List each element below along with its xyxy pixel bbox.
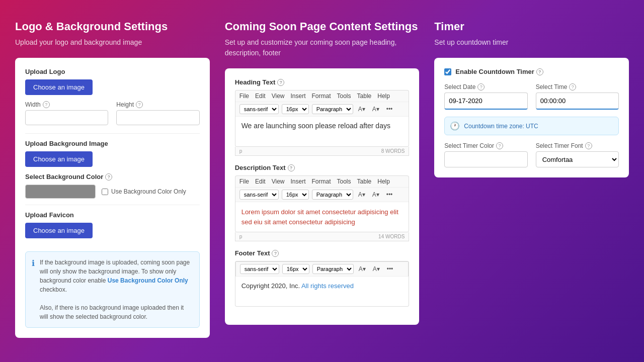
logo-bg-subtitle: Upload your logo and background image [15, 37, 210, 48]
desc-para-select[interactable]: Paragraph [312, 190, 353, 200]
desc-font-select[interactable]: sans-serif [239, 190, 279, 200]
heading-menu-help[interactable]: Help [377, 93, 390, 100]
footer-text-color-btn[interactable]: A▾ [357, 264, 368, 274]
desc-menu-help[interactable]: Help [377, 178, 390, 185]
date-label: Select Date ? [444, 83, 527, 90]
heading-text-color-btn[interactable]: A▾ [356, 105, 367, 114]
choose-logo-button[interactable]: Choose an image [25, 79, 93, 95]
content-card: Heading Text ? File Edit View Insert For… [225, 68, 420, 325]
clock-icon: 🕐 [450, 121, 460, 131]
height-input[interactable] [116, 110, 199, 125]
heading-size-select[interactable]: 16px [282, 104, 309, 114]
desc-more-btn[interactable]: ••• [384, 190, 395, 199]
logo-bg-column: Logo & Background Settings Upload your l… [15, 20, 210, 338]
desc-size-select[interactable]: 16px [282, 190, 309, 200]
timer-header: Timer Set up countdown timer [434, 20, 629, 48]
footer-toolbar: sans-serif 16px Paragraph A▾ A▾ ••• [235, 261, 410, 277]
date-time-row: Select Date ? Select Time ? [444, 83, 619, 110]
enable-timer-label: Enable Countdown Timer ? [455, 68, 543, 75]
heading-label: Heading Text ? [235, 78, 410, 86]
timer-subtitle: Set up countdown timer [434, 37, 629, 48]
desc-menu-file[interactable]: File [239, 178, 249, 185]
heading-menu-edit[interactable]: Edit [255, 93, 266, 100]
footer-font-select[interactable]: sans-serif [240, 264, 279, 274]
heading-menubar: File Edit View Insert Format Tools Table… [235, 90, 409, 102]
time-help-icon[interactable]: ? [569, 83, 576, 90]
choose-favicon-button[interactable]: Choose an image [25, 223, 93, 238]
footer-editor-section: Footer Text ? sans-serif 16px Paragraph [235, 249, 410, 307]
desc-text-color-btn[interactable]: A▾ [356, 190, 367, 199]
heading-toolbar: File Edit View Insert Format Tools Table… [235, 90, 410, 117]
heading-font-select[interactable]: sans-serif [239, 104, 279, 114]
main-layout: Logo & Background Settings Upload your l… [15, 20, 629, 338]
enable-timer-help-icon[interactable]: ? [536, 68, 543, 75]
footer-more-btn[interactable]: ••• [385, 264, 395, 274]
desc-menu-tools[interactable]: Tools [337, 178, 351, 185]
desc-bg-color-btn[interactable]: A▾ [370, 190, 381, 199]
choose-bg-button[interactable]: Choose an image [25, 151, 93, 167]
enable-timer-row: Enable Countdown Timer ? [444, 68, 619, 75]
desc-menu-view[interactable]: View [272, 178, 285, 185]
logo-bg-title: Logo & Background Settings [15, 20, 210, 33]
timer-color-input[interactable] [444, 151, 527, 167]
heading-menu-format[interactable]: Format [312, 93, 331, 100]
time-field: Select Time ? [536, 83, 619, 110]
desc-menu-edit[interactable]: Edit [255, 178, 266, 185]
heading-menu-tools[interactable]: Tools [337, 93, 351, 100]
desc-menubar: File Edit View Insert Format Tools Table… [235, 176, 409, 188]
upload-favicon-label: Upload Favicon [25, 211, 200, 219]
bg-color-input[interactable] [25, 185, 96, 199]
desc-controls: sans-serif 16px Paragraph A▾ A▾ ••• [235, 188, 409, 202]
height-label: Height ? [116, 101, 199, 108]
timer-column: Timer Set up countdown timer Enable Coun… [434, 20, 629, 338]
heading-controls: sans-serif 16px Paragraph A▾ A▾ ••• [235, 102, 409, 117]
desc-label: Description Text ? [235, 164, 410, 171]
bg-color-help-icon[interactable]: ? [105, 173, 112, 180]
desc-editor-footer: p 14 WORDS [235, 232, 410, 241]
time-input[interactable] [536, 93, 619, 110]
info-icon: ℹ [32, 258, 35, 321]
enable-timer-checkbox[interactable] [444, 68, 451, 75]
heading-menu-view[interactable]: View [272, 93, 285, 100]
heading-menu-insert[interactable]: Insert [290, 93, 305, 100]
desc-menu-insert[interactable]: Insert [290, 178, 305, 185]
date-field: Select Date ? [444, 83, 527, 110]
heading-para-select[interactable]: Paragraph [312, 104, 353, 114]
height-help-icon[interactable]: ? [136, 101, 143, 108]
color-help-icon[interactable]: ? [496, 142, 503, 149]
footer-para-select[interactable]: Paragraph [312, 264, 354, 274]
content-header: Coming Soon Page Content Settings Set up… [225, 20, 420, 58]
timer-font-select[interactable]: Comfortaa Arial Georgia Helvetica Verdan… [536, 151, 619, 167]
date-input[interactable] [444, 93, 527, 110]
desc-menu-format[interactable]: Format [312, 178, 331, 185]
timer-color-field: Select Timer Color ? [444, 142, 527, 167]
desc-menu-table[interactable]: Table [357, 178, 372, 185]
width-field: Width ? [25, 101, 108, 125]
heading-menu-file[interactable]: File [239, 93, 249, 100]
content-column: Coming Soon Page Content Settings Set up… [225, 20, 420, 338]
use-bg-color-label[interactable]: Use Background Color Only [102, 188, 186, 195]
footer-editor-body[interactable]: Copyright 2020, Inc. All rights reserved [235, 277, 410, 307]
height-field: Height ? [116, 101, 199, 125]
heading-bg-color-btn[interactable]: A▾ [370, 105, 381, 114]
date-help-icon[interactable]: ? [477, 83, 485, 90]
desc-help-icon[interactable]: ? [288, 164, 295, 171]
time-label: Select Time ? [536, 83, 619, 90]
color-row: Use Background Color Only [25, 185, 200, 199]
desc-editor-body[interactable]: Lorem ipsum dolor sit amet consectetur a… [235, 202, 410, 232]
width-input[interactable] [25, 110, 108, 125]
heading-editor-footer: p 8 WORDS [235, 147, 410, 156]
use-bg-color-checkbox[interactable] [102, 189, 108, 195]
heading-menu-table[interactable]: Table [357, 93, 372, 100]
width-help-icon[interactable]: ? [43, 101, 50, 108]
heading-editor-body[interactable]: We are launching soon please reload afte… [235, 117, 410, 147]
timer-color-label: Select Timer Color ? [444, 142, 527, 149]
footer-bg-color-btn[interactable]: A▾ [371, 264, 382, 274]
heading-editor-section: Heading Text ? File Edit View Insert For… [235, 78, 410, 156]
heading-more-btn[interactable]: ••• [384, 105, 395, 114]
footer-help-icon[interactable]: ? [272, 250, 279, 257]
font-help-icon[interactable]: ? [585, 142, 592, 149]
color-font-row: Select Timer Color ? Select Timer Font ?… [444, 142, 619, 167]
footer-size-select[interactable]: 16px [282, 264, 309, 274]
heading-help-icon[interactable]: ? [277, 79, 284, 86]
